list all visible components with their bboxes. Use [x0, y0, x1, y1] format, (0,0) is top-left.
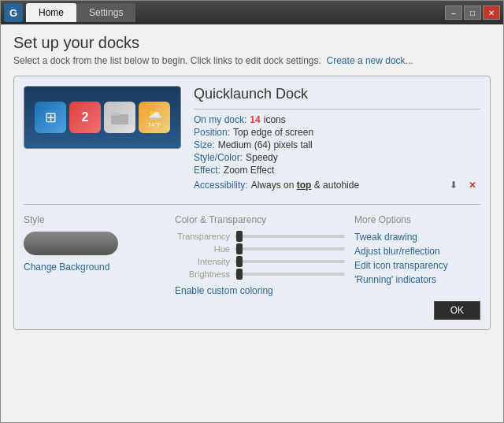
edit-icon-transparency-link[interactable]: Edit icon transparency: [354, 260, 480, 271]
style-section-title: Style: [24, 214, 165, 225]
adjust-blur-link[interactable]: Adjust blur/reflection: [354, 246, 480, 257]
dock-icon-weather: ⛅ 74°F: [139, 102, 170, 133]
on-my-dock-count: 14: [250, 114, 260, 125]
title-bar-controls: – □ ✕: [445, 6, 500, 20]
info-row-size: Size: Medium (64) pixels tall: [194, 139, 480, 150]
slider-row-transparency: Transparency: [175, 232, 345, 241]
minimize-button[interactable]: –: [445, 6, 462, 20]
create-dock-link[interactable]: Create a new dock...: [327, 55, 413, 66]
dock-panel: ⊞ 2 ⛅: [13, 76, 491, 330]
slider-row-hue: Hue: [175, 244, 345, 254]
tab-settings[interactable]: Settings: [76, 3, 135, 22]
dock-icon-folder: [104, 102, 135, 133]
intensity-slider[interactable]: [235, 260, 345, 263]
title-bar: G Home Settings – □ ✕: [1, 1, 503, 24]
dock-icon-calendar: 2: [69, 102, 101, 133]
info-row-position: Position: Top edge of screen: [194, 127, 480, 138]
info-row-accessibility: Accessibility: Always on top & autohide …: [194, 177, 480, 193]
slider-row-brightness: Brightness: [175, 269, 345, 279]
hue-label: Hue: [175, 244, 230, 254]
transparency-slider[interactable]: [235, 235, 345, 238]
style-label: Style/Color:: [194, 152, 243, 163]
on-my-dock-text: icons: [264, 114, 286, 125]
running-indicators-link[interactable]: 'Running' indicators: [354, 274, 480, 285]
position-value: Top edge of screen: [233, 127, 313, 138]
page-subtitle: Select a dock from the list below to beg…: [13, 55, 491, 66]
download-icon[interactable]: ⬇: [446, 177, 461, 193]
dock-top: ⊞ 2 ⛅: [24, 86, 480, 195]
brightness-label: Brightness: [175, 269, 230, 279]
accessibility-value: Always on top & autohide: [251, 180, 359, 191]
ok-button[interactable]: OK: [434, 301, 480, 320]
page-title: Set up your docks: [13, 34, 491, 52]
effect-label: Effect:: [194, 165, 220, 176]
style-preview: [24, 232, 118, 255]
slider-row-intensity: Intensity: [175, 257, 345, 266]
dock-preview: ⊞ 2 ⛅: [24, 86, 181, 149]
intensity-label: Intensity: [175, 257, 230, 266]
style-value: Speedy: [246, 152, 278, 163]
position-label: Position:: [194, 127, 230, 138]
info-row-on-my-dock: On my dock: 14 icons: [194, 114, 480, 125]
more-section-title: More Options: [354, 214, 480, 225]
dock-bottom: Style Change Background Color & Transpar…: [24, 204, 480, 320]
delete-icon[interactable]: ✕: [465, 177, 480, 193]
style-section: Style Change Background: [24, 214, 165, 320]
style-color-link[interactable]: Style/Color:: [194, 152, 243, 163]
color-section-title: Color & Transparency: [175, 214, 345, 225]
tab-bar: Home Settings: [26, 3, 135, 22]
on-my-dock-label: On my dock:: [194, 114, 246, 125]
enable-custom-coloring-link[interactable]: Enable custom coloring: [175, 285, 345, 296]
content-area: Set up your docks Select a dock from the…: [1, 24, 503, 422]
tab-home[interactable]: Home: [26, 3, 76, 22]
more-section: More Options Tweak drawing Adjust blur/r…: [354, 214, 480, 320]
maximize-button[interactable]: □: [464, 6, 481, 20]
accessibility-label: Accessibility:: [194, 180, 248, 191]
subtitle-text: Select a dock from the list below to beg…: [13, 55, 321, 66]
size-label: Size:: [194, 139, 215, 150]
change-background-link[interactable]: Change Background: [24, 262, 109, 273]
size-value: Medium (64) pixels tall: [218, 139, 313, 150]
dock-name: Quicklaunch Dock: [194, 86, 480, 102]
svg-rect-1: [111, 113, 119, 116]
dock-icon-windows: ⊞: [35, 102, 66, 133]
dock-info: Quicklaunch Dock On my dock: 14 icons Po…: [194, 86, 480, 195]
transparency-label: Transparency: [175, 232, 230, 241]
effect-value: Zoom Effect: [224, 165, 274, 176]
close-button[interactable]: ✕: [483, 6, 500, 20]
info-row-effect: Effect: Zoom Effect: [194, 165, 480, 176]
color-section: Color & Transparency Transparency Hue: [175, 214, 345, 320]
title-bar-left: G Home Settings: [4, 3, 135, 22]
info-row-style: Style/Color: Speedy: [194, 152, 480, 163]
hue-slider[interactable]: [235, 247, 345, 250]
main-window: G Home Settings – □ ✕ Set up your docks …: [0, 0, 504, 423]
tweak-drawing-link[interactable]: Tweak drawing: [354, 232, 480, 243]
app-icon: G: [4, 3, 23, 22]
brightness-slider[interactable]: [235, 273, 345, 276]
